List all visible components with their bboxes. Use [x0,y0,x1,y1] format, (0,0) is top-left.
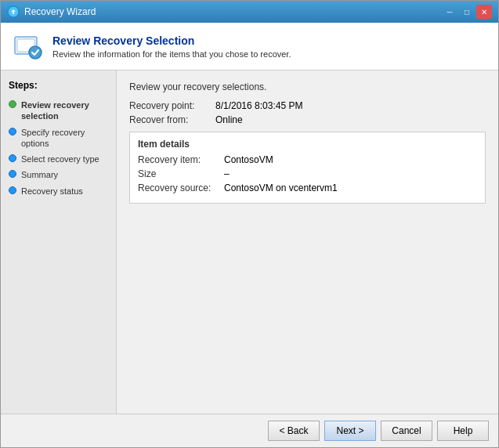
recovery-item-label: Recovery item: [138,154,224,165]
header-subtitle: Review the information for the items tha… [52,49,291,59]
step-label-summary: Summary [21,169,58,180]
header-title: Review Recovery Selection [52,34,291,47]
recovery-item-row: Recovery item: ContosoVM [138,154,477,165]
recovery-source-row: Recovery source: ContosoVM on vcentervm1 [138,182,477,193]
header-text: Review Recovery Selection Review the inf… [52,34,291,59]
size-row: Size – [138,168,477,179]
step-label-select: Select recovery type [21,154,99,164]
step-review-recovery-selection: Review recovery selection [1,97,116,125]
recovery-item-value: ContosoVM [224,154,273,165]
minimize-button[interactable]: ─ [442,5,457,19]
recovery-wizard-window: Recovery Wizard ─ □ ✕ Review Recovery Se… [0,0,499,448]
step-dot-blue-3 [9,170,16,178]
step-label-review: Review recovery selection [21,99,108,122]
item-details-box: Item details Recovery item: ContosoVM Si… [129,132,486,204]
title-bar-left: Recovery Wizard [7,5,96,18]
title-bar: Recovery Wizard ─ □ ✕ [1,1,498,23]
item-details-title: Item details [138,139,477,150]
next-button[interactable]: Next > [324,421,376,441]
step-specify-recovery-options: Specify recovery options [1,125,116,152]
step-label-specify: Specify recovery options [21,127,108,150]
back-button[interactable]: < Back [268,421,320,441]
steps-panel: Steps: Review recovery selection Specify… [1,70,117,414]
step-label-status: Recovery status [21,186,83,197]
recovery-source-value: ContosoVM on vcentervm1 [224,182,338,193]
recovery-point-value: 8/1/2016 8:03:45 PM [215,100,302,111]
recovery-point-row: Recovery point: 8/1/2016 8:03:45 PM [129,100,486,111]
step-dot-blue-1 [9,128,16,135]
cancel-button[interactable]: Cancel [381,421,432,441]
content-area: Steps: Review recovery selection Specify… [1,70,498,414]
step-summary: Summary [1,167,116,182]
app-icon [7,5,20,18]
window-title: Recovery Wizard [24,6,96,17]
close-button[interactable]: ✕ [476,5,492,19]
size-value: – [224,168,230,179]
size-label: Size [138,168,224,179]
review-intro: Review your recovery selections. [129,81,486,92]
recover-from-value: Online [215,114,243,125]
header-section: Review Recovery Selection Review the inf… [1,23,498,70]
step-dot-blue-4 [9,186,16,194]
step-recovery-status: Recovery status [1,183,116,199]
step-select-recovery-type: Select recovery type [1,151,116,167]
svg-point-3 [29,46,42,59]
recover-from-row: Recover from: Online [129,114,486,125]
recovery-point-label: Recovery point: [129,100,215,111]
footer: < Back Next > Cancel Help [1,414,498,447]
header-icon [12,31,43,62]
title-bar-controls: ─ □ ✕ [442,5,492,19]
step-dot-green [9,100,16,108]
maximize-button[interactable]: □ [459,5,475,19]
recovery-source-label: Recovery source: [138,182,224,193]
main-panel: Review your recovery selections. Recover… [117,70,498,414]
steps-title: Steps: [1,80,116,97]
step-dot-blue-2 [9,154,16,162]
help-button[interactable]: Help [437,421,489,441]
recover-from-label: Recover from: [129,114,215,125]
